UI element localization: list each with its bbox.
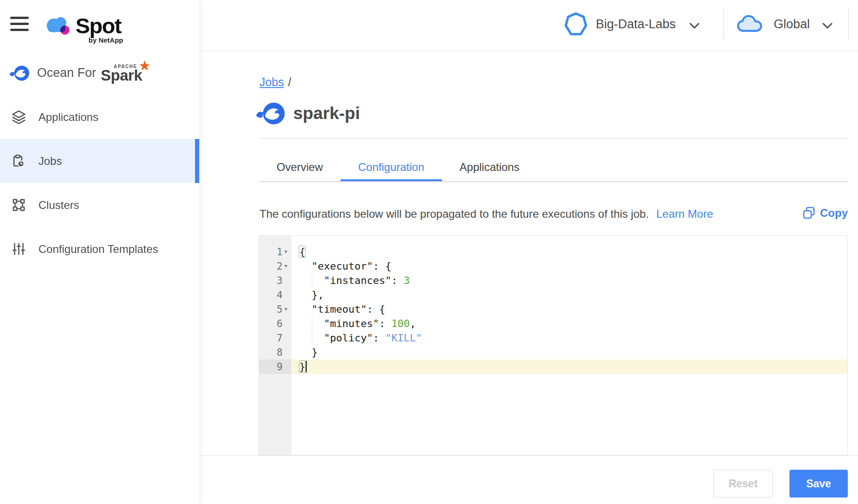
save-button[interactable]: Save <box>789 470 848 498</box>
line-number-cell: 1▾ <box>259 245 291 259</box>
code-token: "instances": <box>299 275 404 286</box>
code-text: "executor": { <box>291 259 847 273</box>
matched-bracket: { <box>299 246 305 258</box>
config-description: The configurations below will be propaga… <box>259 208 649 220</box>
line-number-cell: 3▾ <box>259 273 291 288</box>
tab-applications[interactable]: Applications <box>442 153 537 181</box>
code-token: "timeout": { <box>299 303 385 315</box>
line-number-cell: 9▾ <box>259 359 291 374</box>
code-token: "executor": { <box>299 260 391 272</box>
sidebar-item-label: Clusters <box>38 199 79 212</box>
header-divider <box>723 9 724 40</box>
code-text: { <box>291 245 847 259</box>
code-text: } <box>291 359 847 374</box>
layers-icon <box>12 110 26 124</box>
line-number: 5 <box>277 304 283 315</box>
ocean-job-icon <box>256 102 285 125</box>
fold-arrow-icon[interactable]: ▾ <box>283 302 289 316</box>
editor-lines: 1▾{2▾ "executor": {3▾ "instances": 34▾ }… <box>259 245 847 374</box>
editor-line-8[interactable]: 8▾ } <box>259 345 847 359</box>
workspace-heptagon-icon[interactable] <box>564 12 587 37</box>
line-number-cell: 4▾ <box>259 288 291 302</box>
spark-star-icon: ★ <box>139 57 151 74</box>
sidebar-item-clusters[interactable]: Clusters <box>0 183 199 227</box>
breadcrumb: Jobs/ <box>259 76 291 89</box>
code-token: }, <box>299 289 324 301</box>
workspace-selector-label[interactable]: Big-Data-Labs <box>596 17 676 32</box>
json-config-editor[interactable]: 1▾{2▾ "executor": {3▾ "instances": 34▾ }… <box>259 235 848 455</box>
line-number: 4 <box>277 290 283 301</box>
breadcrumb-separator: / <box>288 76 291 88</box>
code-token: "minutes": <box>299 318 391 329</box>
config-description-row: The configurations below will be propaga… <box>259 208 848 220</box>
code-token: , <box>410 318 416 329</box>
line-number: 9 <box>277 361 283 372</box>
line-number: 3 <box>277 275 283 286</box>
code-text: "minutes": 100, <box>291 316 847 331</box>
copy-icon <box>802 206 816 220</box>
tab-overview[interactable]: Overview <box>259 153 341 181</box>
text-cursor <box>306 361 307 372</box>
code-token: "KILL" <box>385 332 422 344</box>
reset-button[interactable]: Reset <box>713 470 773 498</box>
line-number-cell: 7▾ <box>259 331 291 345</box>
line-number: 2 <box>277 261 283 272</box>
code-text: "instances": 3 <box>291 273 847 288</box>
editor-line-2[interactable]: 2▾ "executor": { <box>259 259 847 273</box>
clipboard-clock-icon <box>12 154 26 168</box>
code-text: "timeout": { <box>291 302 847 316</box>
code-text: "policy": "KILL" <box>291 331 847 345</box>
line-number: 7 <box>277 333 283 344</box>
spark-wordmark: Spark <box>101 67 142 84</box>
sidebar: Spot by NetApp Ocean For APACHE Spark ★ … <box>0 0 199 504</box>
line-number-cell: 6▾ <box>259 316 291 331</box>
sliders-icon <box>12 242 26 256</box>
matched-bracket: } <box>299 361 305 372</box>
code-token: 100 <box>391 318 410 329</box>
spot-cloud-icon <box>44 14 73 37</box>
copy-button[interactable]: Copy <box>802 206 848 220</box>
line-number-cell: 2▾ <box>259 259 291 273</box>
sidebar-item-configuration-templates[interactable]: Configuration Templates <box>0 227 199 271</box>
ocean-wave-icon <box>9 65 30 82</box>
region-cloud-icon[interactable] <box>737 13 763 33</box>
editor-line-4[interactable]: 4▾ }, <box>259 288 847 302</box>
copy-label: Copy <box>820 207 848 220</box>
line-number-cell: 8▾ <box>259 345 291 359</box>
title-divider <box>259 138 848 139</box>
hamburger-menu-icon[interactable] <box>10 17 29 31</box>
line-number: 1 <box>277 246 283 258</box>
footer-bar: Reset Save <box>199 455 858 504</box>
fold-arrow-icon[interactable]: ▾ <box>283 259 289 273</box>
line-number: 6 <box>277 318 283 329</box>
sidebar-item-jobs[interactable]: Jobs <box>0 139 199 183</box>
editor-line-1[interactable]: 1▾{ <box>259 245 847 259</box>
sidebar-item-label: Applications <box>38 111 98 124</box>
top-header: Big-Data-Labs Global <box>199 0 858 51</box>
breadcrumb-jobs-link[interactable]: Jobs <box>259 76 284 88</box>
chevron-down-icon[interactable] <box>689 23 700 29</box>
region-selector-label[interactable]: Global <box>774 17 810 32</box>
code-text: }, <box>291 288 847 302</box>
sidebar-item-applications[interactable]: Applications <box>0 95 199 139</box>
editor-line-3[interactable]: 3▾ "instances": 3 <box>259 273 847 288</box>
editor-line-9[interactable]: 9▾} <box>259 359 847 374</box>
apache-spark-logo: APACHE Spark ★ <box>101 61 152 85</box>
tab-configuration[interactable]: Configuration <box>341 153 442 181</box>
sidebar-item-ocean-for-spark[interactable]: Ocean For APACHE Spark ★ <box>0 51 199 95</box>
code-token: "policy": <box>299 332 385 344</box>
chevron-down-icon[interactable] <box>822 23 833 29</box>
sidebar-nav: ApplicationsJobsClustersConfiguration Te… <box>0 95 199 271</box>
code-token: 3 <box>404 275 410 286</box>
cluster-nodes-icon <box>12 198 26 212</box>
sidebar-item-label: Configuration Templates <box>38 243 158 256</box>
learn-more-link[interactable]: Learn More <box>656 208 713 220</box>
editor-line-7[interactable]: 7▾ "policy": "KILL" <box>259 331 847 345</box>
spot-logo: Spot by NetApp <box>44 7 169 44</box>
editor-line-5[interactable]: 5▾ "timeout": { <box>259 302 847 316</box>
code-text: } <box>291 345 847 359</box>
fold-arrow-icon[interactable]: ▾ <box>283 245 289 259</box>
page-title-row: spark-pi <box>256 102 360 125</box>
spot-byline: by NetApp <box>88 36 123 44</box>
editor-line-6[interactable]: 6▾ "minutes": 100, <box>259 316 847 331</box>
